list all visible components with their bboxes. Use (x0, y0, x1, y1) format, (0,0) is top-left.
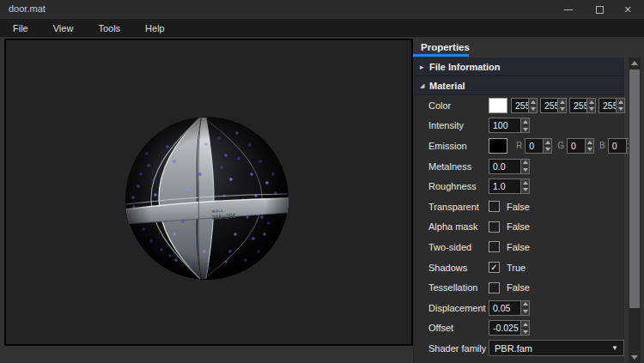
scroll-down-icon (631, 355, 638, 360)
spinner-up-icon (618, 100, 623, 104)
number-input[interactable]: -0.025 (489, 320, 530, 336)
channel-label-r: R (516, 141, 522, 150)
channel-input-r[interactable]: 0 (525, 138, 552, 154)
number-input-value: 0.0 (489, 160, 520, 173)
tab-active-indicator (413, 54, 469, 57)
spinner-up-button[interactable] (587, 99, 595, 106)
spinner-up-button[interactable] (529, 99, 537, 106)
spinner-up-button[interactable] (521, 118, 529, 125)
menu-item-help[interactable]: Help (145, 23, 165, 33)
spinner-down-button[interactable] (587, 105, 595, 112)
spinner-down-button[interactable] (521, 186, 529, 194)
spinner-up-button[interactable] (617, 99, 624, 106)
scrollbar-down-button[interactable] (629, 352, 641, 363)
spinner-buttons (616, 99, 624, 112)
spinner-up-icon (523, 181, 528, 185)
section-header-file-information[interactable]: ▸File Information (414, 57, 624, 76)
spinner-down-button[interactable] (617, 105, 624, 112)
property-label: Offset (414, 323, 489, 333)
spinner-up-button[interactable] (586, 139, 593, 146)
property-label: Color (414, 100, 489, 111)
color-channel-input[interactable]: 255 (569, 98, 596, 113)
color-swatch[interactable] (489, 98, 507, 113)
checkbox-value-label: False (507, 282, 530, 293)
expander-collapsed-icon: ▸ (420, 63, 428, 71)
color-channel-input[interactable]: 255 (540, 98, 567, 113)
number-input-value: 0 (609, 139, 626, 153)
chevron-down-icon: ▼ (611, 344, 618, 352)
number-input-value: 100 (489, 118, 520, 132)
scrollbar-thumb[interactable] (629, 70, 640, 308)
menu-item-tools[interactable]: Tools (98, 23, 120, 33)
menu-item-file[interactable]: File (13, 23, 28, 33)
channel-input-g[interactable]: 0 (567, 138, 594, 154)
color-channel-input[interactable]: 255 (511, 98, 538, 113)
number-input-value: 255 (599, 99, 616, 112)
spinner-up-icon (523, 160, 528, 164)
spinner-down-button[interactable] (521, 166, 529, 173)
number-input-value: 0 (526, 139, 543, 153)
property-row-intensity: Intensity100 (414, 116, 624, 136)
scrollbar-up-button[interactable] (629, 57, 641, 69)
menu-item-view[interactable]: View (53, 23, 74, 33)
scroll-up-icon (631, 61, 638, 65)
minimize-button[interactable] (554, 0, 583, 19)
minimize-icon (564, 9, 573, 10)
property-label: Roughness (414, 181, 489, 191)
spinner-down-button[interactable] (544, 145, 551, 153)
number-input-value: 0.05 (489, 301, 520, 315)
number-input[interactable]: 1.0 (489, 178, 530, 194)
property-row-emission: EmissionR0G0B0 (414, 136, 624, 156)
color-channel-input[interactable]: 255 (598, 98, 625, 113)
number-input[interactable]: 0.05 (489, 300, 530, 316)
spinner-buttons (528, 99, 537, 112)
property-label: Intensity (414, 120, 489, 130)
spinner-up-button[interactable] (521, 301, 529, 308)
spinner-down-button[interactable] (558, 105, 566, 112)
spinner-down-icon (531, 107, 536, 111)
spinner-down-button[interactable] (521, 328, 529, 336)
material-preview-viewport[interactable]: WALL 256x256 (4, 39, 413, 346)
spinner-up-button[interactable] (558, 99, 566, 106)
preview-sphere: WALL 256x256 (123, 114, 291, 282)
property-label: Alpha mask (414, 221, 489, 232)
property-control: 0.05 (489, 300, 530, 316)
property-label: Shader family (414, 343, 489, 354)
spinner-up-button[interactable] (521, 160, 529, 166)
spinner-down-button[interactable] (521, 307, 529, 315)
checkbox[interactable] (489, 282, 500, 293)
window-title: door.mat (9, 3, 46, 14)
dropdown-selected-value: PBR.fam (495, 343, 611, 354)
maximize-button[interactable] (585, 0, 614, 19)
spinner-down-button[interactable] (521, 125, 529, 133)
tab-properties[interactable]: Properties (421, 42, 470, 52)
section-header-material[interactable]: ◢Material (414, 76, 624, 95)
properties-scrollbar[interactable] (629, 57, 641, 363)
property-label: Transparent (414, 202, 489, 212)
checkbox[interactable] (489, 221, 500, 233)
section-label: File Information (429, 62, 501, 72)
shader-family-dropdown[interactable]: PBR.fam▼ (489, 340, 624, 356)
property-control: PBR.fam▼ (489, 340, 624, 356)
number-input-value: 255 (570, 99, 586, 112)
number-input[interactable]: 100 (489, 118, 530, 133)
property-control: False (489, 282, 530, 293)
spinner-up-icon (531, 100, 536, 104)
spinner-up-button[interactable] (521, 179, 529, 186)
number-input-value: 255 (541, 99, 557, 112)
number-input[interactable]: 0.0 (489, 159, 530, 174)
property-control: ✓True (489, 262, 526, 273)
spinner-buttons (543, 139, 551, 153)
checkbox[interactable] (489, 201, 500, 212)
close-button[interactable]: ✕ (613, 0, 642, 19)
spinner-down-button[interactable] (586, 145, 593, 153)
number-input-value: -0.025 (489, 321, 520, 335)
color-swatch[interactable] (489, 138, 507, 154)
spinner-down-button[interactable] (529, 105, 537, 112)
section-label: Material (429, 81, 465, 91)
spinner-up-button[interactable] (544, 139, 551, 146)
spinner-up-button[interactable] (521, 321, 529, 328)
spinner-up-icon (589, 100, 594, 104)
checkbox-checked[interactable]: ✓ (489, 262, 500, 273)
checkbox[interactable] (489, 241, 500, 252)
